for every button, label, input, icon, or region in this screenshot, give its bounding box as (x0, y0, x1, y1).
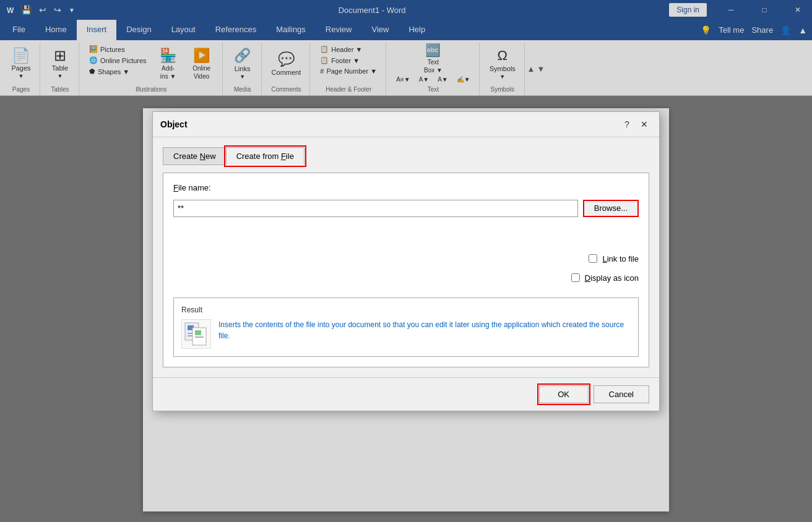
ok-button[interactable]: OK (539, 385, 589, 403)
display-as-icon-checkbox[interactable] (571, 273, 580, 282)
dialog-controls: ? ✕ (620, 117, 652, 132)
link-to-file-row: Link to file (589, 254, 639, 263)
result-box: Result (173, 297, 639, 357)
tab-create-new[interactable]: Create New (163, 147, 227, 165)
link-to-file-checkbox[interactable] (589, 254, 597, 263)
link-to-file-label: Link to file (602, 254, 639, 263)
result-title: Result (181, 306, 631, 314)
file-name-label: File name: (173, 183, 211, 192)
dialog-help-button[interactable]: ? (620, 117, 634, 132)
file-name-input[interactable] (173, 200, 578, 217)
dialog-close-button[interactable]: ✕ (637, 117, 652, 132)
browse-button[interactable]: Browse... (583, 200, 639, 217)
dialog-title: Object (160, 119, 188, 129)
display-as-icon-row: Display as icon (571, 273, 639, 283)
file-name-row: File name: (173, 183, 639, 192)
object-dialog: Object ? ✕ Create New Create from File (152, 111, 660, 411)
svg-rect-7 (195, 330, 201, 335)
result-content: Inserts the contents of the file into yo… (181, 319, 631, 349)
file-input-row: Browse... (173, 200, 639, 217)
result-icon (181, 319, 211, 349)
tab-create-from-file-label: Create from File (236, 152, 294, 161)
dialog-titlebar: Object ? ✕ (153, 112, 659, 137)
dialog-footer: OK Cancel (153, 377, 659, 411)
dialog-content-panel: File name: Browse... Link to file Displ (163, 173, 649, 367)
tab-create-from-file[interactable]: Create from File (226, 147, 304, 165)
tab-create-new-label: Create New (173, 152, 216, 161)
dialog-overlay: Object ? ✕ Create New Create from File (0, 0, 812, 522)
checkboxes-section: Link to file Display as icon (173, 254, 639, 288)
dialog-tabs: Create New Create from File (163, 147, 649, 165)
svg-rect-8 (195, 336, 204, 338)
result-text: Inserts the contents of the file into yo… (218, 319, 631, 341)
cancel-button[interactable]: Cancel (594, 385, 649, 403)
dialog-body: Create New Create from File File name: B… (153, 137, 659, 377)
display-as-icon-label: Display as icon (585, 273, 639, 283)
